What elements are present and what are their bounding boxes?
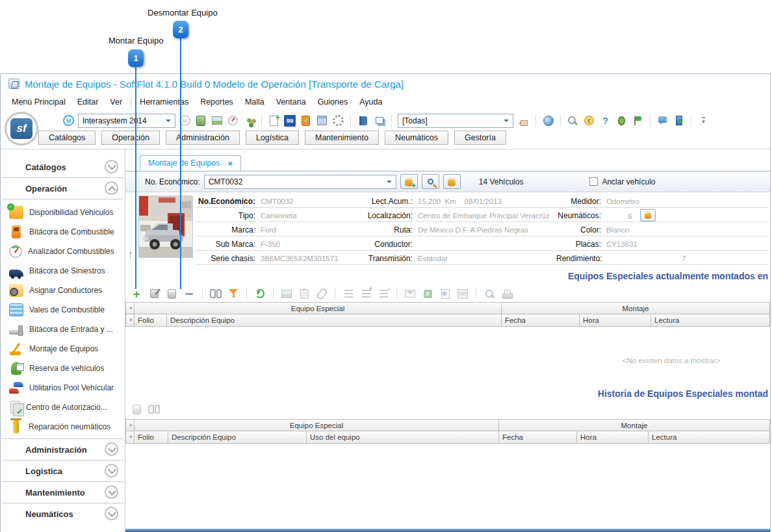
sidebar-item-reparacion-neumaticos[interactable]: Reparación neumáticos [1, 417, 125, 437]
sidebar-item-bitacora-de-entrada[interactable]: Bitácora de Entrada y ... [1, 320, 125, 339]
sidebar-item-bitacora-de-siniestros[interactable]: Bitácora de Siniestros [1, 261, 125, 281]
menu-guiones[interactable]: Guiones [312, 95, 354, 108]
new-document-icon[interactable] [268, 115, 280, 127]
column-header-hora[interactable]: Hora [577, 431, 649, 444]
column-header-fecha[interactable]: Fecha [502, 314, 580, 327]
column-header-uso-del-equipo[interactable]: Uso del equipo [307, 431, 499, 444]
sidebar-item-centro-de-autorizaciones[interactable]: Centro de Autorizacio... [1, 398, 125, 417]
sidebar-item-analizador-combustibles[interactable]: Analizador Combustibles [1, 242, 125, 261]
tree-list-icon[interactable] [342, 288, 354, 299]
neumaticos-dataset-button[interactable] [640, 209, 656, 222]
tab-gestoria[interactable]: Gestoría [454, 131, 506, 145]
currency-coin-icon[interactable] [583, 115, 595, 127]
group-header-montaje[interactable]: Montaje [499, 419, 770, 431]
edit-dataset-icon[interactable] [148, 288, 160, 299]
sidebar-item-utilitarios-pool-vehicular[interactable]: Utilitarios Pool Vehícular [1, 378, 125, 398]
sidebar-item-bitacora-de-combustible[interactable]: Bitácora de Combustible [1, 222, 125, 242]
dashboard-gauge-icon[interactable] [227, 115, 239, 127]
feedback-chat-icon[interactable] [656, 115, 669, 127]
picture-icon[interactable] [211, 115, 223, 127]
tab-neumaticos[interactable]: Neumáticos [385, 131, 448, 145]
chevron-down-circle-icon[interactable] [105, 464, 118, 477]
notebook-icon[interactable] [357, 115, 369, 127]
refresh-icon[interactable] [254, 288, 266, 299]
document-tab-montaje-de-equipos[interactable]: Montaje de Equipos [140, 155, 241, 171]
dataset-icon[interactable] [131, 403, 142, 415]
group-header-equipo-especial[interactable]: Equipo Especial [135, 302, 502, 314]
group-header-equipo-especial[interactable]: Equipo Especial [135, 419, 499, 431]
attachment-icon[interactable] [316, 288, 328, 299]
add-vehicle-button[interactable] [400, 174, 418, 189]
layout-grid-icon[interactable] [316, 115, 328, 127]
filter-icon[interactable] [227, 288, 239, 299]
scroll-up-icon[interactable]: ↑ [128, 248, 133, 259]
clipboard-icon[interactable] [298, 288, 310, 299]
chevron-down-circle-icon[interactable] [105, 442, 118, 456]
sidebar-item-reserva-de-vehiculos[interactable]: Reserva de vehículos [1, 359, 125, 378]
toolbar-overflow-icon[interactable] [697, 115, 710, 127]
group-header-montaje[interactable]: Montaje [502, 302, 770, 314]
sidebar-group-operacion[interactable]: Operación [1, 179, 125, 198]
counter-badge-icon[interactable]: 99 [284, 115, 296, 127]
help-icon[interactable] [599, 115, 611, 127]
cabinet-icon[interactable] [194, 115, 207, 127]
sidebar-group-administracion[interactable]: Administración [1, 440, 125, 459]
sidebar-item-asignar-conductores[interactable]: Asignar Conductores [1, 281, 125, 300]
sidebar-group-logistica[interactable]: Logistica [1, 461, 125, 481]
export-excel-icon[interactable] [422, 288, 433, 299]
menu-herramientas[interactable]: Herramientas [134, 95, 194, 108]
search-tools-icon[interactable] [567, 115, 579, 127]
anclar-vehiculo-label[interactable]: Anclar vehículo [602, 177, 655, 186]
column-header-lectura[interactable]: Lectura [651, 314, 770, 327]
tab-catalogos[interactable]: Catálogos [38, 131, 96, 145]
find-icon[interactable] [210, 288, 222, 299]
search-vehicle-button[interactable] [422, 174, 439, 189]
checklist-clipboard-icon[interactable] [300, 115, 312, 127]
flag-icon[interactable] [632, 115, 644, 127]
gear-icon[interactable] [332, 115, 344, 127]
column-header-folio[interactable]: Folio [135, 431, 168, 444]
mount-equipment-button[interactable] [131, 288, 142, 299]
email-icon[interactable] [404, 288, 416, 299]
column-header-hora[interactable]: Hora [580, 314, 651, 327]
menu-menu-principal[interactable]: Menú Principal [6, 95, 71, 108]
tab-mantenimiento[interactable]: Mantenimiento [305, 131, 379, 145]
home-icon[interactable] [517, 115, 530, 127]
sidebar-group-mantenimiento[interactable]: Mantenimiento [1, 483, 125, 502]
chevron-down-circle-icon[interactable] [105, 507, 118, 520]
sidebar-group-catalogos[interactable]: Catálogos [1, 157, 125, 177]
sidebar-item-montaje-de-equipos[interactable]: Montaje de Equipos [1, 339, 125, 359]
dismount-equipment-button[interactable] [183, 288, 195, 299]
expand-tree-icon[interactable] [360, 288, 372, 299]
module-icon[interactable]: M [63, 115, 74, 126]
tab-operacion[interactable]: Operación [101, 131, 160, 145]
filter-combobox[interactable]: [Todas] [398, 114, 513, 128]
column-header-fecha[interactable]: Fecha [499, 431, 577, 444]
sidebar-item-vales-de-combustible[interactable]: Vales de Combustible [1, 300, 125, 320]
find-icon[interactable] [148, 403, 160, 415]
bug-icon[interactable] [615, 115, 628, 127]
chevron-up-circle-icon[interactable] [105, 181, 118, 195]
column-header-descripcion-equipo[interactable]: Descripción Equipo [168, 431, 307, 444]
sidebar-group-neumaticos[interactable]: Neumáticos [1, 504, 125, 524]
column-header-lectura[interactable]: Lectura [649, 431, 770, 444]
company-combobox[interactable]: Interasystem 2014 [78, 114, 175, 128]
column-header-descripcion-equipo[interactable]: Descripción Equipo [167, 314, 502, 327]
history-table-body[interactable] [125, 444, 770, 529]
exit-icon[interactable] [673, 115, 685, 127]
users-icon[interactable] [243, 115, 255, 127]
globe-icon[interactable] [542, 115, 554, 127]
dataset-button[interactable] [443, 174, 461, 189]
windows-icon[interactable] [373, 115, 385, 127]
menu-malla[interactable]: Malla [239, 95, 270, 108]
menu-ventana[interactable]: Ventana [270, 95, 312, 108]
close-icon[interactable] [228, 159, 233, 168]
print-preview-icon[interactable] [483, 288, 495, 299]
column-header-folio[interactable]: Folio [135, 314, 167, 327]
print-icon[interactable] [501, 288, 513, 299]
tab-logistica[interactable]: Logística [246, 131, 299, 145]
menu-reportes[interactable]: Reportes [194, 95, 239, 108]
vehicle-combobox[interactable]: CMT0032 [204, 175, 396, 189]
menu-ver[interactable]: Ver [104, 95, 128, 108]
anclar-vehiculo-checkbox[interactable] [589, 177, 598, 186]
